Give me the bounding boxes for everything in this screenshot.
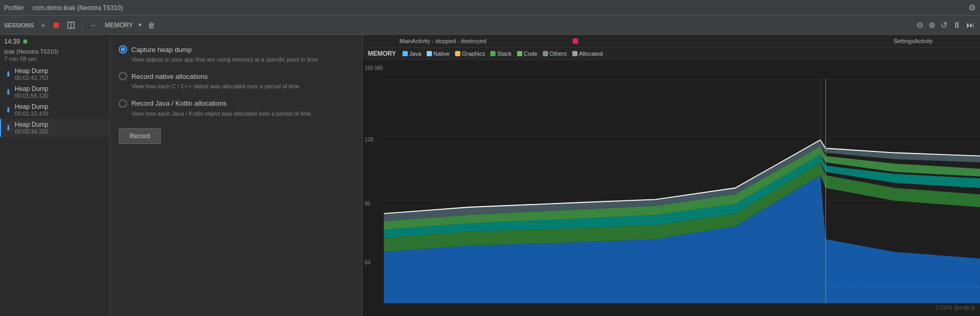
radio-record-native[interactable] — [119, 72, 127, 80]
svg-rect-0 — [54, 23, 59, 28]
legend-item-native: Native — [427, 50, 450, 57]
profiling-option: Record Java / Kotlin allocations View ho… — [119, 99, 354, 118]
option-title-record-java: Record Java / Kotlin allocations — [131, 99, 226, 107]
zoom-out-button[interactable]: ⊖ — [915, 19, 924, 31]
legend-color-stack — [490, 51, 496, 56]
sessions-label: SESSIONS — [4, 22, 34, 28]
heap-dump-item[interactable]: ⬇ Heap Dump 00:02:42.753 — [0, 65, 110, 83]
heap-dump-time: 00:01:56.130 — [15, 93, 48, 99]
chart-header: MainActivity - stopped - destroyed Setti… — [363, 35, 980, 48]
legend-item-graphics: Graphics — [455, 50, 485, 57]
session-name: leak (Neostra T6310) — [0, 48, 110, 56]
heap-dump-time: 00:02:42.753 — [15, 75, 48, 81]
event-dot — [573, 38, 578, 44]
heap-dump-title: Heap Dump — [15, 103, 48, 110]
option-group: Capture heap dump View objects in your a… — [119, 45, 354, 118]
radio-record-java[interactable] — [119, 99, 127, 108]
memory-label: MEMORY — [105, 22, 133, 29]
legend-color-native — [427, 51, 432, 56]
legend-item-others: Others — [543, 50, 567, 57]
legend-label-others: Others — [550, 50, 567, 57]
center-panel: Capture heap dump View objects in your a… — [110, 35, 363, 316]
heap-dump-time: 00:01:32.439 — [15, 110, 48, 117]
heap-dump-time: 00:00:34.320 — [15, 128, 48, 135]
profiling-option: Record native allocations View how each … — [119, 72, 354, 90]
back-button[interactable]: ← — [88, 20, 99, 30]
legend-label-graphics: Graphics — [462, 50, 485, 57]
title-bar: Profiler com.demo.leak (Neostra T6310) ⚙ — [0, 0, 980, 16]
legend-item-allocated: Allocated — [572, 50, 603, 57]
split-button[interactable] — [65, 21, 77, 30]
download-icon: ⬇ — [5, 124, 12, 132]
option-desc-capture-heap: View objects in your app that are using … — [131, 56, 354, 64]
separator — [82, 20, 82, 30]
option-title-record-native: Record native allocations — [131, 73, 208, 80]
window-title: com.demo.leak (Neostra T6310) — [33, 4, 123, 12]
legend-color-allocated — [572, 51, 577, 56]
legend-item-code: Code — [517, 50, 538, 57]
heap-dump-title: Heap Dump — [15, 67, 48, 75]
legend-color-others — [543, 51, 548, 56]
stop-button[interactable] — [50, 21, 62, 30]
option-desc-record-java: View how each Java / Kotlin object was a… — [131, 110, 354, 118]
sidebar: 14:39 leak (Neostra T6310) 7 min 58 sec … — [0, 35, 110, 316]
settings-icon[interactable]: ⚙ — [968, 3, 976, 13]
option-desc-record-native: View how each C / C++ object was allocat… — [131, 83, 354, 90]
online-indicator — [23, 39, 27, 44]
y-label-96: 96 — [365, 201, 370, 207]
session-duration: 7 min 58 sec — [0, 56, 110, 65]
legend-label-native: Native — [434, 50, 450, 57]
chart-area: 160 MB 128 96 64 — [363, 60, 980, 316]
legend-item-stack: Stack — [490, 50, 512, 57]
heap-dump-item[interactable]: ⬇ Heap Dump 00:00:34.320 — [0, 119, 110, 137]
chart-panel: MainActivity - stopped - destroyed Setti… — [363, 35, 980, 316]
legend-label-java: Java — [409, 50, 421, 57]
session-time: 14:39 — [4, 38, 20, 45]
chart-legend-bar: MEMORY Java Native Graphics Stack Code O… — [363, 48, 980, 60]
legend-item-java: Java — [403, 50, 421, 57]
radio-capture-heap[interactable] — [119, 45, 127, 54]
watermark: CSDN @m栋米 — [935, 304, 976, 312]
option-title-capture-heap: Capture heap dump — [131, 46, 192, 54]
delete-button[interactable]: 🗑 — [146, 20, 157, 30]
download-icon: ⬇ — [5, 70, 12, 78]
profiling-option: Capture heap dump View objects in your a… — [119, 45, 354, 64]
legend-color-java — [403, 51, 408, 56]
zoom-in-button[interactable]: ⊕ — [927, 19, 936, 31]
legend-color-graphics — [455, 51, 460, 56]
download-icon: ⬇ — [5, 88, 12, 96]
heap-dump-list: ⬇ Heap Dump 00:02:42.753 ⬇ Heap Dump 00:… — [0, 65, 110, 137]
rewind-button[interactable]: ↺ — [940, 19, 948, 31]
heap-dump-item[interactable]: ⬇ Heap Dump 00:01:56.130 — [0, 83, 110, 101]
legend-label-code: Code — [524, 50, 538, 57]
download-icon: ⬇ — [5, 106, 12, 114]
pause-button[interactable]: ⏸ — [952, 19, 962, 31]
y-label-160: 160 MB — [365, 65, 383, 71]
heap-dump-item[interactable]: ⬇ Heap Dump 00:01:32.439 — [0, 101, 110, 119]
app-label: Profiler — [4, 4, 24, 12]
memory-chart — [363, 60, 980, 316]
legend-color-code — [517, 51, 522, 56]
activity-label: MainActivity - stopped - destroyed — [368, 38, 487, 44]
add-session-button[interactable]: + — [39, 20, 47, 30]
memory-title: MEMORY — [368, 50, 396, 57]
memory-dropdown-icon[interactable]: ▼ — [137, 22, 142, 28]
activity-label2: SettingsActivity — [893, 38, 933, 44]
legend-label-stack: Stack — [497, 50, 512, 57]
toolbar: SESSIONS + ← MEMORY ▼ 🗑 ⊖ ⊕ ↺ ⏸ ⏭ — [0, 16, 980, 35]
session-header: 14:39 — [0, 35, 110, 48]
y-label-128: 128 — [365, 137, 374, 142]
skip-end-button[interactable]: ⏭ — [965, 19, 976, 31]
toolbar-right: ⊖ ⊕ ↺ ⏸ ⏭ — [915, 19, 976, 31]
heap-dump-title: Heap Dump — [15, 121, 48, 128]
y-label-64: 64 — [365, 260, 370, 266]
main-layout: 14:39 leak (Neostra T6310) 7 min 58 sec … — [0, 35, 980, 316]
legend-label-allocated: Allocated — [579, 50, 603, 57]
record-button[interactable]: Record — [119, 128, 161, 144]
heap-dump-title: Heap Dump — [15, 85, 48, 93]
